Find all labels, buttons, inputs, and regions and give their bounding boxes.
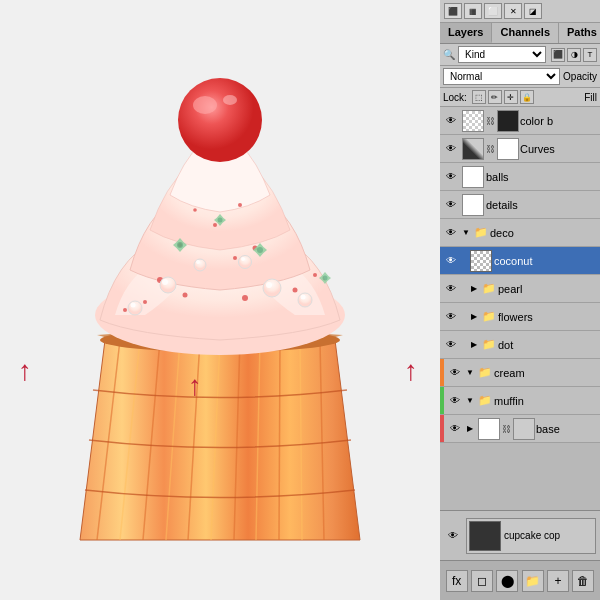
layer-name-pearl: pearl — [498, 283, 598, 295]
filter-row: 🔍 Kind ⬛ ◑ T — [440, 44, 600, 66]
visibility-eye-color-b[interactable] — [442, 112, 460, 130]
tool-btn-2[interactable]: ▦ — [464, 3, 482, 19]
svg-point-26 — [313, 273, 317, 277]
layer-muffin[interactable]: ▼ 📁 muffin — [440, 387, 600, 415]
folder-icon-cream: 📁 — [478, 366, 492, 379]
layers-list: ⛓ color b ⛓ Curves balls details ▼ — [440, 107, 600, 510]
layer-thumb-balls — [462, 166, 484, 188]
visibility-eye-muffin[interactable] — [446, 392, 464, 410]
layer-base[interactable]: ▶ ⛓ base — [440, 415, 600, 443]
svg-point-31 — [266, 282, 272, 288]
cupcake-image — [0, 0, 440, 600]
layer-name-details: details — [486, 199, 598, 211]
filter-icon-pixel[interactable]: ⬛ — [551, 48, 565, 62]
lock-transparent-btn[interactable]: ⬚ — [472, 90, 486, 104]
svg-point-43 — [323, 276, 328, 281]
new-group-button[interactable]: 📁 — [522, 570, 544, 592]
layer-thumb-coconut — [470, 250, 492, 272]
expand-dot[interactable]: ▶ — [468, 339, 480, 351]
filter-icon-type[interactable]: T — [583, 48, 597, 62]
visibility-eye-base[interactable] — [446, 420, 464, 438]
arrow-left: ↑ — [18, 355, 32, 387]
layer-name-deco: deco — [490, 227, 598, 239]
tool-btn-1[interactable]: ⬛ — [444, 3, 462, 19]
layer-thumb-color-b — [462, 110, 484, 132]
color-bar-base — [440, 415, 444, 442]
lock-move-btn[interactable]: ✛ — [504, 90, 518, 104]
folder-icon-flowers: 📁 — [482, 310, 496, 323]
layer-details[interactable]: details — [440, 191, 600, 219]
layer-thumb-details — [462, 194, 484, 216]
tab-paths[interactable]: Paths — [559, 23, 600, 43]
visibility-eye-details[interactable] — [442, 196, 460, 214]
layer-deco[interactable]: ▼ 📁 deco — [440, 219, 600, 247]
filter-icon-adj[interactable]: ◑ — [567, 48, 581, 62]
delete-layer-button[interactable]: 🗑 — [572, 570, 594, 592]
svg-point-45 — [193, 96, 217, 114]
layer-name-balls: balls — [486, 171, 598, 183]
strip-thumb-cupcake — [469, 521, 501, 551]
lock-all-btn[interactable]: 🔒 — [520, 90, 534, 104]
tool-btn-3[interactable]: ⬜ — [484, 3, 502, 19]
blend-mode-select[interactable]: Normal — [443, 68, 560, 85]
layer-name-curves: Curves — [520, 143, 598, 155]
add-mask-button[interactable]: ◻ — [471, 570, 493, 592]
layer-name-cream: cream — [494, 367, 598, 379]
layer-flowers[interactable]: ▶ 📁 flowers — [440, 303, 600, 331]
kind-select[interactable]: Kind — [458, 46, 546, 63]
svg-point-18 — [233, 256, 237, 260]
visibility-eye-pearl[interactable] — [442, 280, 460, 298]
layer-balls[interactable]: balls — [440, 163, 600, 191]
lock-label-text: Lock: — [443, 92, 467, 103]
mask-thumb-color-b — [497, 110, 519, 132]
expand-flowers[interactable]: ▶ — [468, 311, 480, 323]
layer-thumb-base — [478, 418, 500, 440]
svg-point-34 — [298, 293, 312, 307]
add-style-button[interactable]: fx — [446, 570, 468, 592]
visibility-eye-coconut[interactable] — [442, 252, 460, 270]
mask-thumb-base — [513, 418, 535, 440]
fill-label: Fill — [584, 92, 597, 103]
svg-point-46 — [223, 95, 237, 105]
visibility-eye-deco[interactable] — [442, 224, 460, 242]
color-bar-cream — [440, 359, 444, 386]
bottom-layer-strip: cupcake cop — [440, 510, 600, 560]
arrow-right: ↑ — [404, 355, 418, 387]
svg-point-39 — [241, 257, 245, 261]
chain-icon-color-b: ⛓ — [486, 116, 496, 126]
tool-btn-4[interactable]: ✕ — [504, 3, 522, 19]
layer-name-flowers: flowers — [498, 311, 598, 323]
tool-btn-5[interactable]: ◪ — [524, 3, 542, 19]
layer-pearl[interactable]: ▶ 📁 pearl — [440, 275, 600, 303]
expand-base[interactable]: ▶ — [464, 423, 476, 435]
visibility-eye-cream[interactable] — [446, 364, 464, 382]
tab-layers[interactable]: Layers — [440, 23, 492, 43]
layer-curves[interactable]: ⛓ Curves — [440, 135, 600, 163]
visibility-eye-curves[interactable] — [442, 140, 460, 158]
layer-cream[interactable]: ▼ 📁 cream — [440, 359, 600, 387]
expand-pearl[interactable]: ▶ — [468, 283, 480, 295]
layer-color-b[interactable]: ⛓ color b — [440, 107, 600, 135]
lock-pixels-btn[interactable]: ✏ — [488, 90, 502, 104]
svg-point-42 — [218, 218, 223, 223]
layer-name-dot: dot — [498, 339, 598, 351]
svg-point-36 — [194, 259, 206, 271]
svg-point-21 — [213, 223, 217, 227]
svg-point-32 — [128, 301, 142, 315]
layer-thumb-curves — [462, 138, 484, 160]
new-adjustment-button[interactable]: ⬤ — [496, 570, 518, 592]
visibility-eye-balls[interactable] — [442, 168, 460, 186]
new-layer-button[interactable]: + — [547, 570, 569, 592]
folder-icon-dot: 📁 — [482, 338, 496, 351]
layer-coconut[interactable]: coconut — [440, 247, 600, 275]
expand-cream[interactable]: ▼ — [464, 367, 476, 379]
tab-channels[interactable]: Channels — [492, 23, 559, 43]
layer-name-coconut: coconut — [494, 255, 598, 267]
expand-deco[interactable]: ▼ — [460, 227, 472, 239]
expand-muffin[interactable]: ▼ — [464, 395, 476, 407]
visibility-eye-strip[interactable] — [444, 527, 462, 545]
layer-dot[interactable]: ▶ 📁 dot — [440, 331, 600, 359]
visibility-eye-flowers[interactable] — [442, 308, 460, 326]
visibility-eye-dot[interactable] — [442, 336, 460, 354]
panel-tabs: Layers Channels Paths — [440, 23, 600, 44]
